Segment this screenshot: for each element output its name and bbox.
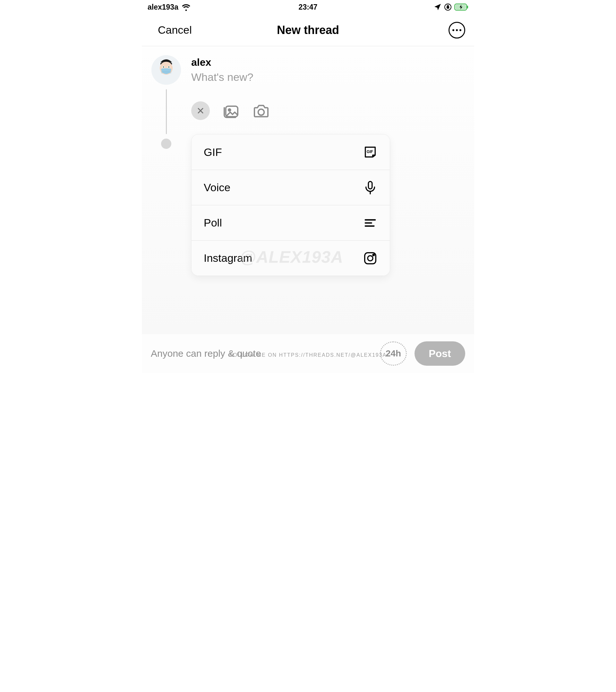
page-title: New thread — [277, 23, 339, 37]
thread-rail — [150, 55, 182, 334]
status-time: 23:47 — [299, 3, 318, 12]
menu-item-gif[interactable]: GIF GIF — [192, 134, 390, 170]
username-label: alex — [191, 57, 466, 68]
follow-line: FOLLOW ME ON HTTPS://THREADS.NET/@ALEX19… — [142, 352, 474, 358]
battery-charging-icon — [454, 3, 468, 10]
attachment-row — [191, 101, 466, 120]
menu-item-label: Poll — [204, 217, 222, 229]
camera-icon[interactable] — [252, 102, 270, 120]
gallery-icon[interactable] — [222, 102, 240, 120]
cancel-button[interactable]: Cancel — [158, 24, 192, 36]
avatar[interactable] — [151, 55, 181, 85]
svg-point-18 — [373, 254, 375, 256]
menu-item-poll[interactable]: Poll — [192, 205, 390, 240]
svg-point-8 — [163, 66, 164, 68]
microphone-icon — [363, 180, 378, 195]
carrier-label: alex193a — [148, 3, 178, 12]
compose-screen: alex193a 23:47 Cancel New thread — [142, 0, 474, 373]
svg-rect-4 — [467, 6, 468, 9]
status-left: alex193a — [148, 3, 191, 12]
instagram-icon — [363, 251, 378, 266]
header: Cancel New thread — [142, 14, 474, 46]
menu-item-instagram[interactable]: Instagram — [192, 240, 390, 276]
wifi-icon — [182, 3, 191, 12]
thread-line — [166, 89, 167, 134]
poll-icon — [363, 216, 378, 230]
svg-point-12 — [229, 109, 231, 111]
svg-point-13 — [258, 109, 264, 115]
menu-item-label: GIF — [204, 146, 222, 158]
status-bar: alex193a 23:47 — [142, 0, 474, 14]
timer-label: 24h — [386, 348, 401, 359]
menu-item-label: Instagram — [204, 252, 252, 264]
location-icon — [434, 3, 442, 11]
attachment-menu: GIF GIF Voice — [191, 134, 390, 276]
status-right — [434, 3, 468, 11]
orientation-lock-icon — [444, 3, 452, 11]
compose-body: alex What's new? — [182, 55, 466, 334]
gif-icon: GIF — [363, 145, 378, 159]
svg-point-10 — [168, 66, 169, 68]
compose-area: alex What's new? — [142, 46, 474, 334]
svg-point-17 — [368, 255, 373, 260]
menu-item-voice[interactable]: Voice — [192, 170, 390, 205]
close-attachments-button[interactable] — [191, 101, 210, 120]
menu-item-label: Voice — [204, 181, 230, 194]
compose-input[interactable]: What's new? — [191, 71, 466, 83]
add-thread-dot[interactable] — [161, 138, 171, 149]
svg-rect-15 — [368, 181, 372, 189]
svg-text:GIF: GIF — [367, 150, 374, 154]
expiry-timer-button[interactable]: 24h — [379, 340, 408, 367]
more-options-button[interactable] — [448, 22, 465, 39]
svg-rect-1 — [447, 6, 449, 8]
